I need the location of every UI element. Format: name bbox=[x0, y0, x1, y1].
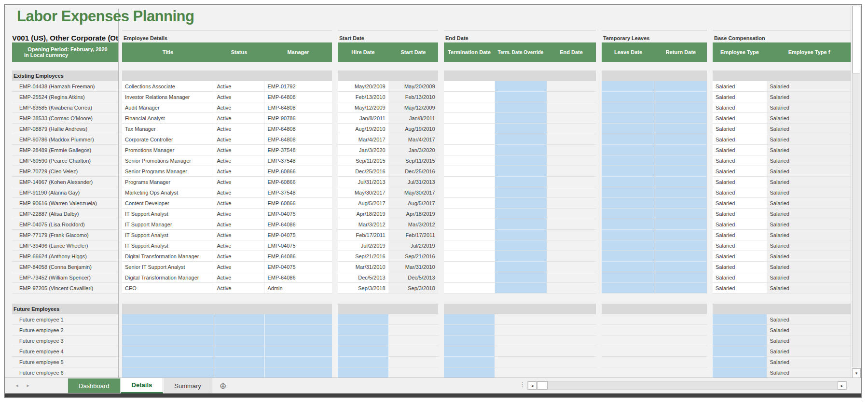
cell-leave-date[interactable] bbox=[602, 240, 655, 251]
cell-status[interactable]: Active bbox=[214, 124, 264, 134]
cell-status[interactable]: Active bbox=[214, 134, 264, 145]
cell-return-date[interactable] bbox=[655, 262, 707, 272]
cell-status[interactable]: Active bbox=[214, 283, 264, 294]
cell-termination-date[interactable] bbox=[444, 367, 495, 378]
cell-term-date-override[interactable] bbox=[495, 187, 547, 198]
cell-term-date-override[interactable] bbox=[495, 230, 547, 240]
cell-term-date-override[interactable] bbox=[495, 272, 547, 283]
cell-leave-date[interactable] bbox=[602, 102, 655, 113]
cell-manager[interactable] bbox=[264, 336, 332, 346]
cell-manager[interactable]: EMP-64086 bbox=[264, 251, 332, 262]
cell-leave-date[interactable] bbox=[602, 166, 655, 177]
cell-return-date[interactable] bbox=[655, 134, 707, 145]
cell-return-date[interactable] bbox=[655, 124, 707, 134]
tab-summary[interactable]: Summary bbox=[163, 378, 212, 393]
cell-status[interactable]: Active bbox=[214, 155, 264, 166]
cell-hire-date[interactable] bbox=[338, 357, 388, 367]
cell-leave-date[interactable] bbox=[602, 155, 655, 166]
cell-term-date-override[interactable] bbox=[495, 134, 547, 145]
cell-employee-type[interactable]: Salaried bbox=[713, 262, 767, 272]
cell-termination-date[interactable] bbox=[444, 357, 495, 367]
cell-employee-type[interactable]: Salaried bbox=[713, 155, 767, 166]
cell-termination-date[interactable] bbox=[444, 240, 495, 251]
cell-termination-date[interactable] bbox=[444, 314, 495, 325]
cell-term-date-override[interactable] bbox=[495, 198, 547, 209]
cell-termination-date[interactable] bbox=[444, 187, 495, 198]
cell-title[interactable]: Senior Programs Manager bbox=[122, 166, 214, 177]
cell-status[interactable]: Active bbox=[214, 102, 264, 113]
cell-title[interactable]: Corporate Controller bbox=[122, 134, 214, 145]
cell-termination-date[interactable] bbox=[444, 198, 495, 209]
cell-manager[interactable]: EMP-60866 bbox=[264, 177, 332, 187]
cell-manager[interactable]: EMP-04075 bbox=[264, 240, 332, 251]
cell-title[interactable]: Financial Analyst bbox=[122, 113, 214, 124]
cell-hire-date[interactable]: Aug/5/2017 bbox=[338, 198, 388, 209]
cell-employee-type[interactable]: Salaried bbox=[713, 166, 767, 177]
cell-manager[interactable] bbox=[264, 314, 332, 325]
cell-employee-type[interactable] bbox=[713, 314, 767, 325]
cell-leave-date[interactable] bbox=[602, 113, 655, 124]
cell-title[interactable]: Audit Manager bbox=[122, 102, 214, 113]
cell-employee-type[interactable]: Salaried bbox=[713, 92, 767, 102]
cell-employee-type[interactable]: Salaried bbox=[713, 177, 767, 187]
cell-term-date-override[interactable] bbox=[495, 177, 547, 187]
cell-leave-date[interactable] bbox=[602, 230, 655, 240]
cell-manager[interactable] bbox=[264, 357, 332, 367]
cell-return-date[interactable] bbox=[655, 283, 707, 294]
cell-termination-date[interactable] bbox=[444, 272, 495, 283]
cell-return-date[interactable] bbox=[655, 81, 707, 92]
cell-manager[interactable]: EMP-64086 bbox=[264, 272, 332, 283]
cell-hire-date[interactable]: May/20/2009 bbox=[338, 81, 388, 92]
cell-status[interactable]: Active bbox=[214, 92, 264, 102]
cell-status[interactable] bbox=[214, 367, 264, 378]
cell-leave-date[interactable] bbox=[602, 198, 655, 209]
cell-hire-date[interactable]: Sep/3/2018 bbox=[338, 283, 388, 294]
cell-title[interactable] bbox=[122, 346, 214, 357]
cell-title[interactable]: Promotions Manager bbox=[122, 145, 214, 155]
cell-leave-date[interactable] bbox=[602, 177, 655, 187]
cell-manager[interactable]: EMP-64086 bbox=[264, 219, 332, 230]
cell-return-date[interactable] bbox=[655, 177, 707, 187]
cell-manager[interactable]: EMP-37548 bbox=[264, 187, 332, 198]
cell-return-date[interactable] bbox=[655, 240, 707, 251]
cell-term-date-override[interactable] bbox=[495, 251, 547, 262]
cell-return-date[interactable] bbox=[655, 102, 707, 113]
cell-employee-type[interactable]: Salaried bbox=[713, 251, 767, 262]
cell-title[interactable] bbox=[122, 336, 214, 346]
cell-title[interactable]: IT Support Analyst bbox=[122, 209, 214, 219]
cell-term-date-override[interactable] bbox=[495, 92, 547, 102]
scroll-right-button[interactable]: ▸ bbox=[838, 381, 846, 390]
cell-hire-date[interactable]: Sep/21/2016 bbox=[338, 251, 388, 262]
cell-hire-date[interactable]: Dec/5/2013 bbox=[338, 272, 388, 283]
cell-manager[interactable]: EMP-04075 bbox=[264, 209, 332, 219]
cell-manager[interactable]: EMP-60866 bbox=[264, 166, 332, 177]
cell-title[interactable]: IT Support Analyst bbox=[122, 240, 214, 251]
cell-termination-date[interactable] bbox=[444, 134, 495, 145]
cell-status[interactable]: Active bbox=[214, 113, 264, 124]
cell-hire-date[interactable]: Sep/11/2015 bbox=[338, 155, 388, 166]
cell-hire-date[interactable]: Feb/17/2011 bbox=[338, 230, 388, 240]
add-sheet-button[interactable]: ⊕ bbox=[220, 381, 226, 391]
cell-manager[interactable]: EMP-37548 bbox=[264, 155, 332, 166]
cell-hire-date[interactable]: Jul/31/2013 bbox=[338, 177, 388, 187]
cell-employee-type[interactable]: Salaried bbox=[713, 219, 767, 230]
cell-termination-date[interactable] bbox=[444, 166, 495, 177]
cell-employee-type[interactable]: Salaried bbox=[713, 198, 767, 209]
cell-hire-date[interactable] bbox=[338, 336, 388, 346]
cell-status[interactable]: Active bbox=[214, 177, 264, 187]
cell-hire-date[interactable]: Mar/3/2012 bbox=[338, 219, 388, 230]
cell-status[interactable]: Active bbox=[214, 240, 264, 251]
cell-return-date[interactable] bbox=[655, 230, 707, 240]
cell-status[interactable]: Active bbox=[214, 187, 264, 198]
cell-return-date[interactable] bbox=[655, 272, 707, 283]
cell-termination-date[interactable] bbox=[444, 102, 495, 113]
cell-title[interactable]: Investor Relations Manager bbox=[122, 92, 214, 102]
cell-status[interactable]: Active bbox=[214, 272, 264, 283]
cell-manager[interactable]: EMP-64808 bbox=[264, 124, 332, 134]
cell-termination-date[interactable] bbox=[444, 262, 495, 272]
cell-termination-date[interactable] bbox=[444, 230, 495, 240]
vertical-scrollbar[interactable]: ▾ bbox=[851, 5, 861, 378]
cell-term-date-override[interactable] bbox=[495, 102, 547, 113]
cell-leave-date[interactable] bbox=[602, 92, 655, 102]
cell-title[interactable]: Digital Transformation Manager bbox=[122, 251, 214, 262]
